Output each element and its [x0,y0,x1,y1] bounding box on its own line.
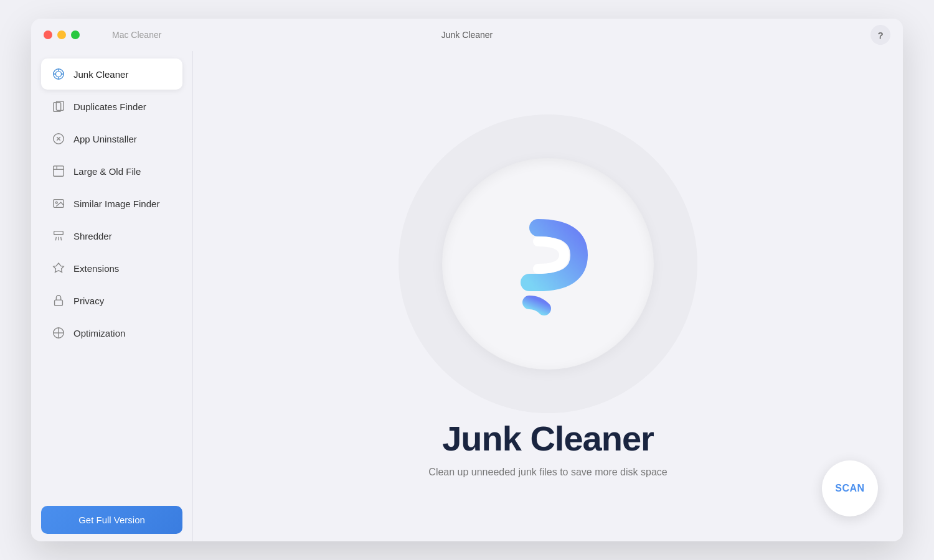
logo-outer-circle [399,114,697,413]
sidebar-item-extensions[interactable]: Extensions [41,253,182,284]
uninstaller-icon [51,131,66,146]
svg-rect-22 [55,300,63,306]
scan-button[interactable]: SCAN [822,460,878,516]
svg-rect-11 [54,166,64,177]
traffic-lights [44,30,80,39]
sidebar-item-privacy[interactable]: Privacy [41,285,182,316]
svg-line-19 [61,237,62,241]
app-name: Mac Cleaner [112,30,161,40]
sidebar-item-app-uninstaller[interactable]: App Uninstaller [41,123,182,154]
main-text-area: Junk Cleaner Clean up unneeded junk file… [428,419,667,478]
minimize-button[interactable] [57,30,66,39]
shredder-icon [51,228,66,243]
sidebar-item-duplicates-finder[interactable]: Duplicates Finder [41,91,182,122]
sidebar-item-junk-cleaner-label: Junk Cleaner [73,69,128,80]
get-full-version-button[interactable]: Get Full Version [41,506,182,534]
main-heading: Junk Cleaner [428,419,667,458]
sidebar-item-optimization[interactable]: Optimization [41,317,182,348]
sidebar-item-privacy-label: Privacy [73,296,104,306]
app-window: Mac Cleaner Junk Cleaner ? [31,19,903,541]
sidebar-item-junk-cleaner[interactable]: Junk Cleaner [41,58,182,90]
sidebar-item-large-file-label: Large & Old File [73,166,141,177]
sidebar: Junk Cleaner Duplicates Finder [31,51,193,541]
svg-line-17 [55,237,56,241]
duplicates-icon [51,99,66,114]
svg-marker-21 [54,263,64,273]
image-icon [51,196,66,211]
close-button[interactable] [44,30,52,39]
title-bar: Mac Cleaner Junk Cleaner ? [31,19,903,51]
main-subheading: Clean up unneeded junk files to save mor… [428,467,667,478]
main-content: Junk Cleaner Duplicates Finder [31,51,903,541]
svg-rect-16 [54,231,64,235]
sidebar-item-shredder-label: Shredder [73,231,112,241]
sidebar-item-large-old-file[interactable]: Large & Old File [41,156,182,187]
optimization-icon [51,325,66,340]
sidebar-item-uninstaller-label: App Uninstaller [73,134,137,144]
sidebar-item-duplicates-label: Duplicates Finder [73,101,146,112]
main-panel: Junk Cleaner Clean up unneeded junk file… [193,51,903,541]
sidebar-item-extensions-label: Extensions [73,263,119,274]
privacy-icon [51,293,66,308]
window-title: Junk Cleaner [441,30,493,40]
help-button[interactable]: ? [870,25,890,45]
sidebar-item-similar-image-finder[interactable]: Similar Image Finder [41,188,182,219]
file-icon [51,164,66,179]
sidebar-item-shredder[interactable]: Shredder [41,220,182,251]
maximize-button[interactable] [71,30,80,39]
svg-point-1 [55,71,61,77]
extensions-icon [51,261,66,276]
logo-inner-circle [442,158,654,370]
sidebar-item-optimization-label: Optimization [73,328,125,338]
sidebar-items: Junk Cleaner Duplicates Finder [41,58,182,501]
sidebar-item-image-finder-label: Similar Image Finder [73,198,159,209]
svg-point-15 [55,202,57,203]
junk-cleaner-icon [51,67,66,82]
app-logo [486,202,610,326]
